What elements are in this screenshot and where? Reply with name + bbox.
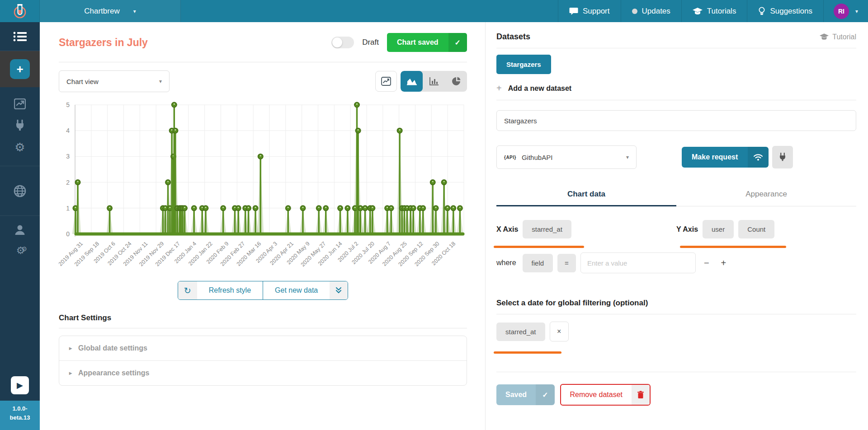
user-menu[interactable]: RI ▾ [823,0,868,22]
svg-text:5: 5 [66,101,70,108]
updates-menu-item[interactable]: Updates [621,0,681,22]
check-icon: ✓ [536,384,554,405]
chart-saved-button[interactable]: Chart saved ✓ [387,33,467,52]
svg-text:0: 0 [66,230,70,238]
svg-text:3: 3 [66,153,70,160]
charts-nav-icon[interactable] [13,97,27,111]
make-request-button[interactable]: Make request [682,147,769,168]
plus-icon: + [496,83,502,93]
bar-chart-type-button[interactable] [423,71,445,92]
close-icon[interactable]: × [550,322,569,341]
where-value-input[interactable] [580,252,696,273]
x-axis-field-chip[interactable]: starred_at [523,220,571,238]
datasets-panel: Datasets Tutorial Stargazers + Add a new… [485,22,868,430]
chart-refresh-button-group: ↻ Refresh style Get new data [178,281,348,300]
chart-view-label: Chart view [66,78,99,85]
global-date-settings-accordion[interactable]: ▸ Global date settings [59,336,467,360]
where-field-chip[interactable]: field [523,254,553,272]
wifi-icon [748,147,769,168]
add-dataset-button[interactable]: + Add a new dataset [496,83,856,93]
y-axis-field-chip[interactable]: user [703,220,734,238]
support-menu-item[interactable]: Support [558,0,621,22]
chart-editor-main: Stargazers in July Draft Chart saved ✓ C… [40,22,485,430]
connections-nav-icon[interactable] [13,119,27,132]
connection-dropdown[interactable]: {API} GithubAPI ▾ [496,145,637,169]
global-filter-title: Select a date for global filtering (opti… [496,299,856,308]
panel-divider [496,372,856,372]
chevron-down-icon: ▾ [133,8,136,14]
dataset-saved-button[interactable]: Saved ✓ [496,384,555,405]
updates-label: Updates [642,7,670,16]
tutorials-label: Tutorials [707,7,736,16]
remove-condition-minus-icon[interactable]: − [700,258,713,268]
dataset-name-input[interactable] [496,110,856,131]
settings-divider [59,328,467,328]
stargazers-chart[interactable]: 0123452019 Aug 312019 Sep 182019 Oct 620… [59,98,467,279]
public-dashboard-globe-icon[interactable] [13,184,27,198]
tutorial-link[interactable]: Tutorial [820,33,856,41]
team-name: Chartbrew [84,7,119,16]
draft-toggle[interactable] [331,37,354,48]
chart-saved-label: Chart saved [387,33,448,52]
tab-chart-data[interactable]: Chart data [496,184,676,206]
trash-icon [632,385,650,405]
axis-underlines [496,246,856,248]
remove-dataset-label: Remove dataset [561,385,632,405]
updates-dot-icon [632,9,637,14]
filter-field-chip[interactable]: starred_at [496,322,545,341]
walkthrough-play-button[interactable]: ▶ [11,376,29,394]
where-label: where [496,259,516,267]
gear-icon[interactable]: ⚙ [13,140,27,154]
chart-view-dropdown[interactable]: Chart view ▾ [59,70,170,92]
tab-appearance[interactable]: Appearance [676,184,856,206]
filter-underline [496,351,856,354]
double-chevron-down-icon[interactable] [330,281,348,299]
project-list-icon[interactable] [13,30,27,43]
chevron-down-icon: ▾ [626,154,629,160]
where-operator-chip[interactable]: = [557,254,576,272]
settings-accordion: ▸ Global date settings ▸ Appearance sett… [59,336,467,386]
add-chart-button[interactable]: + [10,59,30,79]
connection-plug-button[interactable] [772,146,793,168]
panel-divider [496,48,856,48]
chat-bubble-icon [569,7,578,15]
tutorials-menu-item[interactable]: Tutorials [681,0,747,22]
chartbrew-logo[interactable] [0,0,40,22]
dataset-tab-stargazers[interactable]: Stargazers [496,55,551,74]
line-chart-icon [381,77,391,86]
version-badge: 1.0.0-beta.13 [0,401,40,430]
refresh-icon: ↻ [178,281,197,299]
appearance-settings-accordion[interactable]: ▸ Appearance settings [59,360,467,385]
make-request-label: Make request [682,147,748,168]
panel-divider [496,314,856,314]
team-members-icon[interactable] [13,223,27,237]
doughnut-chart-type-button[interactable] [445,71,467,92]
team-settings-icon[interactable]: ⚙⚙ [13,244,27,257]
suggestions-menu-item[interactable]: Suggestions [747,0,823,22]
y-axis-label: Y Axis [676,225,698,234]
accordion-arrow-icon: ▸ [69,370,72,376]
saved-label: Saved [496,384,536,405]
page-title: Stargazers in July [59,37,148,49]
line-chart-type-button[interactable] [375,71,397,92]
chart-settings-title: Chart Settings [59,313,467,322]
draft-label: Draft [362,38,379,47]
connection-name: GithubAPI [522,154,552,161]
header-divider [59,62,467,62]
lightbulb-icon [758,7,765,16]
area-chart-type-button[interactable] [401,71,423,92]
dataset-tabs: Chart data Appearance [496,184,856,206]
refresh-style-button[interactable]: Refresh style [197,281,263,299]
flask-icon [13,4,27,19]
area-chart-icon [406,77,417,86]
get-new-data-button[interactable]: Get new data [263,281,330,299]
plug-icon [778,153,787,162]
y-axis-operation-chip[interactable]: Count [738,220,774,238]
bar-chart-icon [429,77,439,86]
add-condition-plus-icon[interactable]: + [717,258,730,268]
remove-dataset-button[interactable]: Remove dataset [560,384,651,406]
doughnut-chart-icon [451,76,461,86]
check-icon: ✓ [448,33,467,52]
tutorial-label: Tutorial [832,33,856,41]
team-switcher[interactable]: Chartbrew ▾ [40,0,181,22]
